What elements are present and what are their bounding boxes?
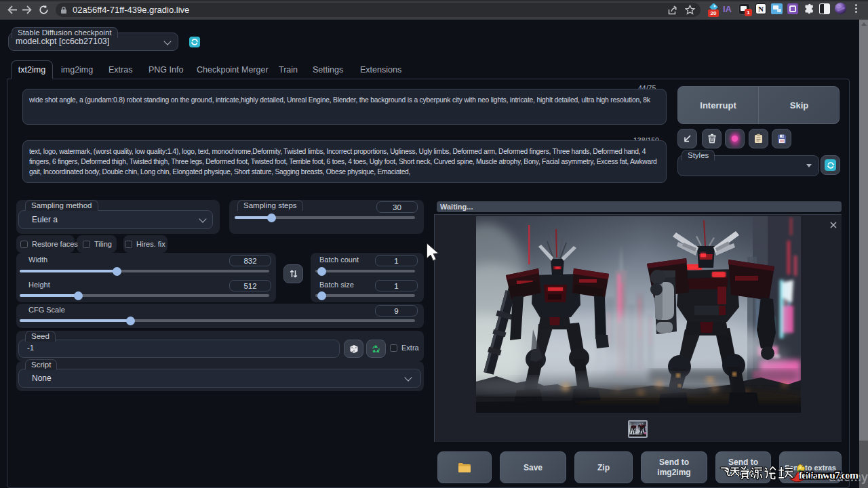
svg-text:feitianwu7.com: feitianwu7.com [799,469,859,481]
